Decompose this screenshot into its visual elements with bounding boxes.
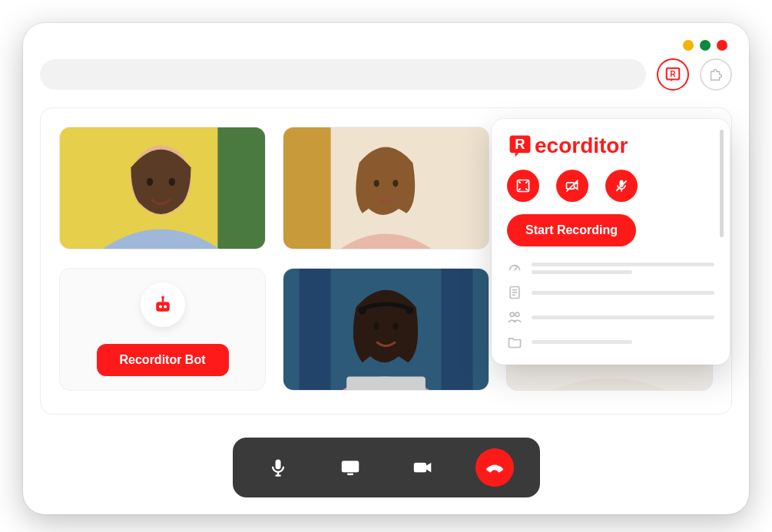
svg-point-24	[393, 322, 398, 329]
svg-rect-21	[441, 269, 472, 390]
recorditor-bot-tile: Recorditor Bot	[59, 268, 266, 391]
browser-toolbar: R	[40, 58, 732, 91]
window-titlebar	[40, 37, 732, 58]
participant-video-5	[283, 269, 489, 390]
svg-point-26	[406, 306, 413, 314]
recorditor-r-icon: R	[664, 66, 681, 83]
svg-rect-27	[346, 377, 426, 390]
screen-icon	[339, 456, 362, 479]
panel-menu	[507, 260, 714, 349]
share-screen-button[interactable]	[331, 448, 369, 487]
recorditor-logo-icon: R	[507, 133, 533, 159]
fullscreen-icon	[515, 178, 531, 193]
hangup-button[interactable]	[475, 448, 514, 487]
svg-rect-14	[156, 302, 170, 312]
participant-tile-2[interactable]	[283, 127, 489, 249]
gauge-icon	[507, 260, 522, 276]
recorditor-bot-button[interactable]: Recorditor Bot	[97, 344, 229, 376]
svg-point-11	[393, 180, 398, 187]
folder-icon	[507, 334, 522, 349]
document-icon	[507, 285, 522, 300]
svg-rect-8	[283, 127, 331, 249]
svg-rect-20	[300, 269, 331, 390]
camera-off-icon	[565, 178, 580, 193]
call-controls-bar	[233, 438, 540, 497]
recording-options	[507, 170, 714, 202]
participant-tile-1[interactable]	[59, 127, 266, 249]
bot-avatar	[141, 283, 185, 327]
svg-text:R: R	[515, 136, 525, 152]
minimize-dot[interactable]	[683, 40, 694, 51]
svg-rect-36	[413, 463, 426, 473]
camera-button[interactable]	[403, 448, 442, 487]
panel-menu-item-recordings[interactable]	[507, 334, 714, 349]
fullscreen-option[interactable]	[507, 170, 539, 202]
svg-text:R: R	[670, 70, 676, 78]
people-icon	[507, 309, 522, 325]
svg-point-18	[161, 296, 164, 299]
svg-rect-34	[341, 461, 359, 472]
svg-line-45	[515, 266, 517, 270]
start-recording-button[interactable]: Start Recording	[507, 214, 636, 246]
camera-icon	[411, 456, 434, 479]
panel-scrollbar[interactable]	[720, 130, 724, 237]
svg-point-6	[169, 178, 175, 186]
panel-menu-item-participants[interactable]	[507, 309, 714, 325]
mic-off-icon	[614, 178, 629, 193]
extensions-button[interactable]	[700, 58, 732, 91]
svg-point-10	[374, 180, 379, 187]
svg-rect-35	[347, 474, 353, 476]
svg-line-41	[567, 180, 578, 192]
svg-point-51	[515, 312, 519, 316]
puzzle-icon	[707, 66, 724, 83]
address-bar[interactable]	[40, 59, 646, 90]
recorditor-logo: R ecorditor	[507, 133, 714, 159]
svg-point-16	[164, 306, 167, 309]
robot-icon	[151, 293, 174, 316]
recorditor-extension-button[interactable]: R	[657, 58, 689, 91]
panel-menu-item-transcript[interactable]	[507, 285, 714, 300]
svg-point-25	[359, 306, 366, 314]
recorditor-panel: R ecorditor Start Recordi	[492, 119, 730, 365]
svg-rect-3	[217, 127, 265, 249]
participant-video-2	[283, 127, 489, 249]
mic-off-option[interactable]	[605, 170, 638, 202]
svg-point-15	[158, 306, 161, 309]
maximize-dot[interactable]	[700, 40, 711, 51]
svg-point-5	[147, 178, 153, 186]
participant-video-1	[60, 127, 265, 249]
mic-button[interactable]	[259, 448, 297, 487]
participant-tile-5[interactable]	[283, 268, 489, 391]
svg-rect-31	[275, 460, 280, 470]
svg-point-23	[373, 322, 379, 329]
svg-point-50	[510, 312, 514, 316]
mic-icon	[267, 457, 289, 478]
camera-off-option[interactable]	[556, 170, 588, 202]
recorditor-logo-text: ecorditor	[535, 134, 628, 158]
close-dot[interactable]	[717, 40, 727, 51]
hangup-icon	[484, 457, 505, 478]
panel-menu-item-dashboard[interactable]	[507, 260, 714, 276]
